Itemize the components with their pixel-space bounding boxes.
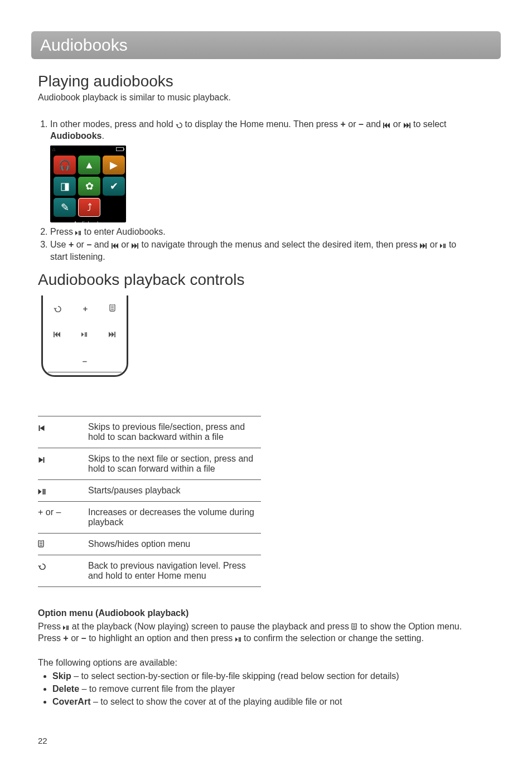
table-row: Starts/pauses playback xyxy=(38,479,261,501)
play-pause-icon xyxy=(440,244,446,249)
table-row: Skips to the next file or section, press… xyxy=(38,448,261,479)
table-row: + or – Increases or decreases the volume… xyxy=(38,501,261,533)
list-item: Skip – to select section-by-section or f… xyxy=(52,670,464,682)
next-scan-icon xyxy=(420,243,427,249)
tile-music: 🎧 xyxy=(54,156,76,174)
home-icon: ⌂ xyxy=(52,146,55,153)
prev-scan-icon xyxy=(112,243,119,249)
table-row: Skips to previous file/section, press an… xyxy=(38,416,261,448)
option-menu-heading: Option menu (Audiobook playback) xyxy=(38,608,464,618)
tile-videos: ▶ xyxy=(103,156,125,174)
option-menu-line2: Press + or – to highlight an option and … xyxy=(38,632,464,644)
plus-label: + xyxy=(83,304,88,313)
table-row: Back to previous navigation level. Press… xyxy=(38,555,261,586)
tile-photos: ▲ xyxy=(78,156,100,174)
tile-games: ✿ xyxy=(78,177,100,196)
controls-diagram: + – xyxy=(38,294,132,388)
home-menu-caption: Audiobooks xyxy=(50,219,126,222)
page-number: 22 xyxy=(38,736,47,745)
back-icon xyxy=(54,304,61,312)
chapter-title: Audiobooks xyxy=(40,36,128,55)
play-pause-icon xyxy=(63,626,69,631)
step-2: Press to enter Audiobooks. xyxy=(50,226,464,238)
home-menu-screenshot: ⌂ 🎧 ▲ ▶ ◨ ✿ ✔ ✎ ⤴ Audiobooks xyxy=(50,146,126,222)
tile-radio: ◨ xyxy=(54,177,76,196)
step-1: In other modes, press and hold to displa… xyxy=(50,118,464,222)
list-item: Delete – to remove current file from the… xyxy=(52,683,464,695)
tile-voice: ✎ xyxy=(54,198,76,217)
section-heading-controls: Audiobooks playback controls xyxy=(38,271,464,289)
section-heading-playing: Playing audiobooks xyxy=(38,72,464,90)
option-menu-available: The following options are available: xyxy=(38,657,464,669)
menu-icon xyxy=(351,623,357,631)
tile-audiobooks: ⤴ xyxy=(78,198,100,217)
option-bullets: Skip – to select section-by-section or f… xyxy=(38,670,464,707)
play-pause-icon xyxy=(81,332,88,337)
controls-table: Skips to previous file/section, press an… xyxy=(38,416,261,587)
next-track-icon xyxy=(38,457,46,463)
play-pause-icon xyxy=(235,637,241,642)
option-menu-line1: Press at the playback (Now playing) scre… xyxy=(38,620,464,633)
tile-settings: ✔ xyxy=(103,177,125,196)
minus-label: – xyxy=(83,356,87,366)
play-pause-icon xyxy=(75,231,81,236)
step-3: Use + or – and or to navigate through th… xyxy=(50,239,464,263)
back-icon xyxy=(176,121,182,128)
battery-icon xyxy=(116,147,124,151)
play-pause-icon xyxy=(38,489,46,494)
prev-track-icon xyxy=(38,425,46,431)
next-scan-icon xyxy=(132,243,139,249)
chapter-banner: Audiobooks xyxy=(31,31,501,59)
steps-list: In other modes, press and hold to displa… xyxy=(38,118,464,263)
prev-scan-icon xyxy=(54,332,61,337)
menu-icon xyxy=(109,304,116,312)
back-icon xyxy=(38,562,46,570)
next-scan-icon xyxy=(404,123,411,128)
table-row: Shows/hides option menu xyxy=(38,533,261,555)
intro-text: Audiobook playback is similar to music p… xyxy=(38,91,464,104)
next-scan-icon xyxy=(109,332,116,337)
list-item: CoverArt – to select to show the cover a… xyxy=(52,696,464,708)
plus-minus-label: + or – xyxy=(38,501,88,533)
menu-icon xyxy=(38,540,45,548)
prev-scan-icon xyxy=(383,123,390,128)
